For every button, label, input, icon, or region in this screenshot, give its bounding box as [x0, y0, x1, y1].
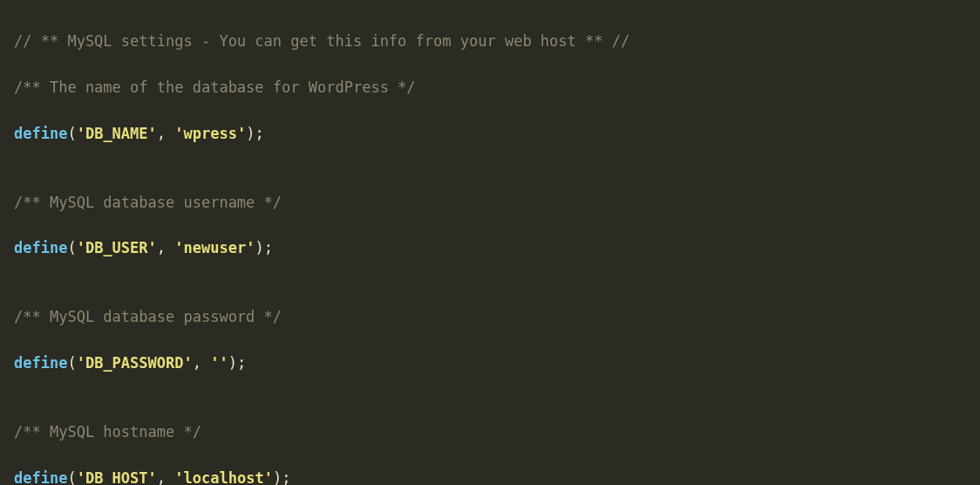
close-paren: )	[246, 125, 255, 142]
define-keyword: define	[14, 239, 67, 256]
open-paren: (	[67, 469, 76, 485]
comma: ,	[157, 469, 174, 485]
code-line-1: // ** MySQL settings - You can get this …	[14, 30, 966, 52]
semicolon: ;	[237, 354, 246, 372]
define-keyword: define	[14, 125, 67, 142]
db-name-key: 'DB_NAME'	[77, 125, 157, 142]
code-line-4: /** MySQL database username */	[14, 191, 966, 214]
open-paren: (	[67, 354, 76, 372]
comma: ,	[193, 354, 210, 372]
define-keyword: define	[14, 469, 67, 485]
code-line-9: define('DB_HOST', 'localhost');	[14, 467, 966, 485]
comma: ,	[157, 239, 174, 256]
comma: ,	[157, 125, 174, 142]
comment-text: /** MySQL database password */	[14, 308, 282, 325]
semicolon: ;	[264, 239, 273, 256]
db-password-value: ''	[210, 354, 228, 372]
comment-text: /** MySQL hostname */	[14, 423, 201, 441]
close-paren: )	[255, 239, 263, 256]
comment-text: // ** MySQL settings - You can get this …	[14, 32, 630, 50]
code-line-5: define('DB_USER', 'newuser');	[14, 236, 966, 259]
db-user-value: 'newuser'	[174, 239, 255, 256]
db-host-key: 'DB_HOST'	[77, 469, 157, 485]
db-name-value: 'wpress'	[174, 125, 246, 142]
code-line-2: /** The name of the database for WordPre…	[14, 76, 966, 99]
code-line-3: define('DB_NAME', 'wpress');	[14, 122, 966, 145]
define-keyword: define	[14, 354, 67, 372]
comment-text: /** The name of the database for WordPre…	[14, 79, 416, 96]
close-paren: )	[273, 469, 282, 485]
open-paren: (	[67, 239, 76, 256]
code-line-6: /** MySQL database password */	[14, 305, 966, 328]
db-user-key: 'DB_USER'	[77, 239, 157, 256]
close-paren: )	[228, 354, 237, 372]
code-line-7: define('DB_PASSWORD', '');	[14, 352, 966, 374]
semicolon: ;	[255, 125, 263, 142]
db-host-value: 'localhost'	[174, 469, 273, 485]
open-paren: (	[67, 125, 76, 142]
db-password-key: 'DB_PASSWORD'	[77, 354, 193, 372]
code-line-8: /** MySQL hostname */	[14, 420, 966, 443]
comment-text: /** MySQL database username */	[14, 194, 282, 211]
code-editor-view[interactable]: // ** MySQL settings - You can get this …	[0, 0, 980, 485]
semicolon: ;	[282, 469, 290, 485]
